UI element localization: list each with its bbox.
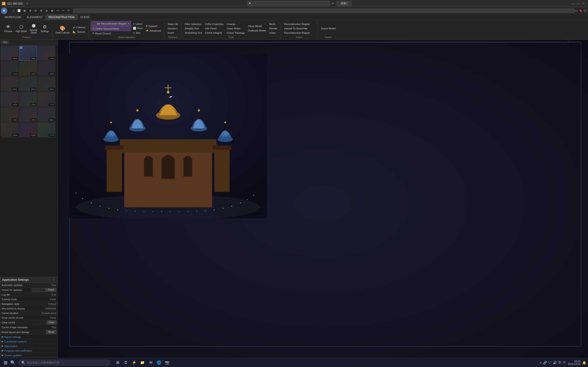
start-button-section[interactable]: ▶ Start button: [0, 344, 58, 348]
taskbar-app6[interactable]: 📷: [164, 359, 171, 366]
import-settings-section[interactable]: ▶ Import settings: [0, 335, 58, 339]
minimize-button[interactable]: ─: [571, 1, 575, 6]
ortho-projection-button[interactable]: Ortho Projection: [204, 22, 225, 26]
colorize-button[interactable]: 🖌 Colorize: [71, 25, 87, 29]
check-integrity-button[interactable]: Check Integrity: [204, 31, 225, 35]
list-item[interactable]: 2954: [1, 123, 19, 137]
task-view-button[interactable]: ⊞: [114, 359, 121, 366]
viewport[interactable]: 2Ds 3D: [58, 40, 588, 367]
invert-button[interactable]: Invert: [166, 31, 179, 35]
import-model-button[interactable]: Import Model: [320, 26, 337, 31]
lang-icon[interactable]: 英: [558, 361, 561, 365]
list-item[interactable]: 1540: [1, 107, 19, 122]
reconstruction-region2-button[interactable]: Reconstruction Region: [283, 31, 311, 35]
undo-btn[interactable]: ↩: [55, 8, 60, 13]
tab-alignment[interactable]: ALIGNMENT: [24, 15, 45, 20]
list-item[interactable]: 3265: [37, 61, 55, 76]
coordinate-systems-section[interactable]: ▶ Coordinate systems: [0, 339, 58, 344]
select-all-button[interactable]: Select All: [166, 22, 179, 26]
settings-minimize[interactable]: ─: [48, 278, 51, 282]
chevron-up-icon[interactable]: ∧: [539, 361, 542, 365]
smoothing-tool-button[interactable]: Smoothing Tool: [183, 31, 204, 35]
network-icon[interactable]: 🔗: [543, 361, 547, 365]
render-button[interactable]: Render: [268, 26, 279, 31]
volume-icon[interactable]: 🔊: [553, 361, 557, 365]
list-item[interactable]: 1776: [37, 123, 55, 137]
taskbar-app5[interactable]: 🌐: [155, 359, 163, 366]
mesh-button[interactable]: Mesh: [268, 22, 279, 26]
close-button[interactable]: ×: [582, 1, 586, 6]
define-ground-plane-button[interactable]: ⊡ Define Ground Plane: [91, 26, 131, 31]
expand-button[interactable]: ⊕ Expand: [144, 24, 162, 28]
clear-cache-button[interactable]: Clear: [47, 320, 56, 324]
check-updates-button[interactable]: Check: [46, 288, 56, 292]
taskbar-app3[interactable]: 📁: [139, 359, 146, 366]
lasso-button[interactable]: ⌾ Lasso: [132, 22, 144, 26]
list-item[interactable]: 3004: [1, 46, 19, 60]
taskbar-search-input[interactable]: [27, 361, 107, 364]
list-item[interactable]: 2896: [19, 92, 37, 107]
preview-button[interactable]: 👁 Preview: [3, 23, 14, 33]
tab-reconstruction[interactable]: RECONSTRUCTION: [45, 15, 78, 20]
check-topology-button[interactable]: Check Topology: [225, 31, 246, 35]
shield-icon[interactable]: 🛡: [548, 361, 552, 365]
reconstruction-region-export-button[interactable]: Reconstruction Region: [283, 22, 311, 26]
ime-icon[interactable]: 中: [563, 361, 566, 365]
list-item[interactable]: 2001: [37, 76, 55, 91]
high-detail-button[interactable]: ⬡ High Detail: [14, 23, 28, 33]
deselect-button[interactable]: Deselect: [166, 26, 179, 31]
texture-button[interactable]: 📐 Texture: [71, 30, 87, 34]
set-reconstruction-region-button[interactable]: ⬛ Set Reconstruction Region ▼: [91, 21, 131, 26]
rect-button[interactable]: ⬜ Rect: [132, 26, 144, 31]
screen-tab[interactable]: 屏幕1: [337, 1, 352, 6]
video-button[interactable]: Video: [268, 31, 279, 35]
info-panel-button[interactable]: Info Panel: [204, 26, 225, 31]
unwrap-button[interactable]: Unwrap: [225, 22, 246, 26]
simplify-tool-button[interactable]: Simplify Tool: [183, 26, 204, 31]
screen-grabber-section[interactable]: ▶ Screen grabber: [0, 353, 58, 358]
list-item[interactable]: 8913: [19, 76, 37, 91]
maximize-button[interactable]: □: [576, 1, 581, 6]
taskbar-search[interactable]: 🔍: [18, 360, 110, 366]
list-item[interactable]: 4430: [1, 92, 19, 107]
dropdown-arrow-icon[interactable]: ▼: [332, 2, 334, 5]
taskbar-app2[interactable]: ⚡: [130, 359, 138, 366]
progress-section[interactable]: ▶ Progress and notification: [0, 348, 58, 353]
upload-sketchfab-button[interactable]: Upload To Sketchfab: [283, 26, 311, 31]
tab-scene[interactable]: SCENE: [78, 15, 92, 20]
list-item[interactable]: 7712: [37, 92, 55, 107]
filter-selection-button[interactable]: Filter Selection: [183, 22, 204, 26]
toolbar-btn-2[interactable]: ⬜: [17, 8, 22, 13]
list-item[interactable]: 1134: [1, 61, 19, 76]
toolbar-btn-3[interactable]: ▦: [22, 8, 27, 13]
box-button[interactable]: ◻ Box: [132, 31, 144, 35]
toolbar-btn-1[interactable]: ◻: [11, 8, 16, 13]
list-item[interactable]: ✓ 3065: [19, 46, 37, 60]
check-updates-input[interactable]: [32, 288, 46, 292]
draft-colorize-button[interactable]: 🎨 Draft Colorize: [54, 25, 71, 35]
notification-icon[interactable]: 🔔: [582, 361, 586, 365]
list-item[interactable]: 1323: [19, 61, 37, 76]
reset-ground-button[interactable]: ↺ Reset Ground: [91, 31, 131, 35]
toolbar-btn-7[interactable]: ◈: [44, 8, 49, 13]
toolbar-btn-9[interactable]: ⟳: [66, 8, 71, 13]
redo-btn[interactable]: ↪: [61, 8, 66, 13]
toolbar-btn-6[interactable]: ⊠: [39, 8, 44, 13]
advanced-button[interactable]: ⚡ Advanced: [144, 28, 162, 33]
normal-detail-button[interactable]: ⬢ NormalDetail: [29, 22, 39, 35]
settings-button[interactable]: ⚙ Settings: [39, 23, 50, 33]
toolbar-btn-5[interactable]: ⊟: [33, 8, 38, 13]
list-item[interactable]: 5009 DSC_0152.JPG 1936x1296 focal: 45.00…: [19, 123, 37, 137]
settings-close[interactable]: ×: [52, 278, 56, 282]
reset-layout-button[interactable]: Reset: [46, 330, 56, 334]
toolbar-btn-4[interactable]: ⊞: [27, 8, 33, 13]
list-item[interactable]: 2754: [37, 46, 55, 60]
start-button[interactable]: ⊞: [2, 359, 9, 366]
clean-model-button[interactable]: Clean Model: [246, 24, 267, 28]
new-tab-button[interactable]: +: [25, 1, 30, 6]
tab-workflow[interactable]: WORKFLOW: [2, 15, 24, 20]
list-item[interactable]: 5521: [1, 76, 19, 91]
list-item[interactable]: 6601: [37, 107, 55, 122]
taskbar-app4[interactable]: ✉: [147, 359, 154, 366]
list-item[interactable]: 3352: [19, 107, 37, 122]
